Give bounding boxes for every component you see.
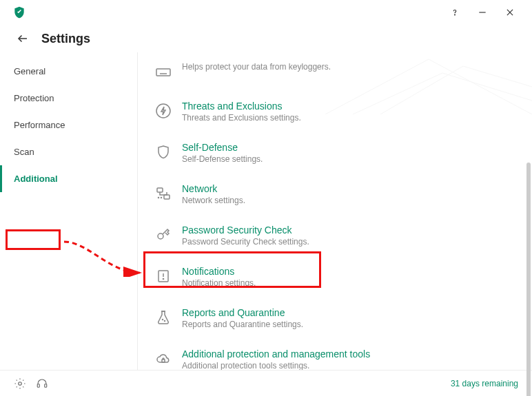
sidebar-item-label: Protection: [14, 93, 54, 103]
sidebar-item-protection[interactable]: Protection: [0, 85, 137, 112]
svg-point-0: [455, 14, 456, 15]
key-icon: [154, 226, 172, 244]
setting-row-self-defense[interactable]: Self-Defense Self-Defense settings.: [149, 132, 518, 174]
setting-subtitle: Password Security Check settings.: [182, 237, 309, 247]
headset-icon[interactable]: [36, 377, 48, 390]
scrollbar[interactable]: [526, 163, 531, 396]
sidebar-item-general[interactable]: General: [0, 58, 137, 85]
sidebar-item-label: Scan: [14, 147, 34, 157]
setting-title[interactable]: Password Security Check: [182, 225, 309, 236]
minimize-icon[interactable]: [477, 7, 488, 18]
app-logo-icon: [12, 6, 26, 19]
flask-icon: [154, 309, 172, 326]
svg-rect-27: [45, 384, 47, 387]
notification-icon: [154, 267, 172, 285]
gear-icon[interactable]: [14, 377, 26, 390]
sidebar-item-label: Performance: [14, 120, 65, 130]
svg-point-23: [165, 321, 165, 322]
setting-title[interactable]: Threats and Exclusions: [182, 101, 301, 112]
setting-subtitle: Additional protection tools settings.: [182, 361, 370, 370]
setting-title[interactable]: Reports and Quarantine: [182, 307, 303, 318]
setting-title[interactable]: Additional protection and management too…: [182, 348, 370, 359]
svg-rect-26: [37, 384, 39, 387]
svg-rect-24: [162, 359, 165, 362]
svg-point-22: [163, 320, 163, 320]
setting-row-additional-tools[interactable]: Additional protection and management too…: [149, 339, 518, 370]
svg-point-25: [19, 382, 22, 385]
svg-point-16: [161, 198, 162, 198]
cloud-lock-icon: [154, 350, 172, 368]
sidebar-item-label: Additional: [14, 174, 58, 184]
setting-subtitle: Notification settings.: [182, 278, 256, 288]
shield-outline-icon: [154, 143, 172, 161]
svg-point-15: [158, 198, 159, 198]
sidebar-item-performance[interactable]: Performance: [0, 112, 137, 138]
setting-subtitle: Threats and Exclusions settings.: [182, 113, 301, 123]
license-status: 31 days remaining: [451, 379, 518, 388]
sidebar-item-scan[interactable]: Scan: [0, 138, 137, 165]
setting-subtitle: Self-Defense settings.: [182, 154, 263, 164]
setting-row-reports[interactable]: Reports and Quarantine Reports and Quara…: [149, 298, 518, 339]
network-icon: [154, 185, 172, 202]
keyboard-icon: [154, 63, 172, 81]
setting-row-network[interactable]: Network Network settings.: [149, 174, 518, 215]
page-title: Settings: [41, 32, 90, 46]
svg-rect-13: [157, 188, 163, 192]
setting-title[interactable]: Network: [182, 183, 245, 194]
setting-subtitle: Network settings.: [182, 196, 245, 205]
back-icon[interactable]: [17, 32, 29, 45]
header: Settings: [0, 25, 532, 52]
setting-title[interactable]: Self-Defense: [182, 142, 263, 153]
setting-row-password-check[interactable]: Password Security Check Password Securit…: [149, 215, 518, 256]
svg-rect-14: [164, 195, 170, 199]
lightning-icon: [154, 102, 172, 120]
svg-rect-5: [156, 69, 170, 76]
titlebar: [0, 0, 532, 25]
help-icon[interactable]: [449, 7, 460, 18]
setting-row-notifications[interactable]: Notifications Notification settings.: [149, 256, 518, 298]
main-panel: Helps protect your data from keyloggers.…: [138, 52, 532, 370]
footer: 31 days remaining: [0, 370, 532, 396]
svg-point-12: [156, 104, 170, 118]
setting-row-threats[interactable]: Threats and Exclusions Threats and Exclu…: [149, 91, 518, 132]
setting-subtitle: Helps protect your data from keyloggers.: [182, 62, 331, 72]
setting-subtitle: Reports and Quarantine settings.: [182, 320, 303, 329]
setting-title[interactable]: Notifications: [182, 266, 256, 277]
svg-point-20: [163, 278, 163, 279]
sidebar-item-additional[interactable]: Additional: [0, 165, 137, 192]
close-icon[interactable]: [504, 7, 515, 18]
setting-row-keyloggers[interactable]: Helps protect your data from keyloggers.: [149, 52, 518, 91]
sidebar-item-label: General: [14, 66, 45, 76]
sidebar: General Protection Performance Scan Addi…: [0, 52, 138, 370]
svg-point-17: [158, 233, 163, 239]
